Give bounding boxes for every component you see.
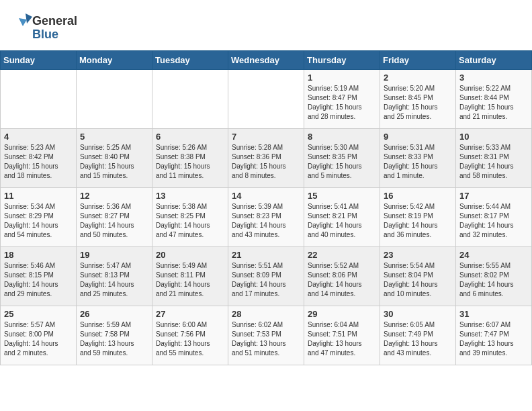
day-info: Sunrise: 6:04 AM Sunset: 7:51 PM Dayligh… bbox=[308, 320, 376, 358]
day-number: 23 bbox=[384, 250, 452, 260]
day-info: Sunrise: 5:55 AM Sunset: 8:02 PM Dayligh… bbox=[459, 261, 528, 299]
calendar-header: SundayMondayTuesdayWednesdayThursdayFrid… bbox=[1, 51, 532, 70]
day-info: Sunrise: 5:28 AM Sunset: 8:36 PM Dayligh… bbox=[232, 143, 300, 181]
day-number: 15 bbox=[308, 191, 376, 201]
day-number: 20 bbox=[156, 250, 224, 260]
day-info: Sunrise: 5:47 AM Sunset: 8:13 PM Dayligh… bbox=[80, 261, 148, 299]
day-number: 6 bbox=[156, 132, 224, 142]
day-number: 30 bbox=[384, 309, 452, 319]
calendar-cell: 24Sunrise: 5:55 AM Sunset: 8:02 PM Dayli… bbox=[456, 247, 532, 306]
calendar-cell: 21Sunrise: 5:51 AM Sunset: 8:09 PM Dayli… bbox=[228, 247, 304, 306]
svg-text:General: General bbox=[32, 14, 77, 28]
calendar-cell bbox=[152, 70, 228, 129]
day-info: Sunrise: 5:34 AM Sunset: 8:29 PM Dayligh… bbox=[4, 202, 73, 240]
calendar-cell: 27Sunrise: 6:00 AM Sunset: 7:56 PM Dayli… bbox=[152, 306, 228, 365]
day-info: Sunrise: 5:20 AM Sunset: 8:45 PM Dayligh… bbox=[384, 84, 452, 122]
day-number: 26 bbox=[80, 309, 148, 319]
day-number: 1 bbox=[308, 73, 376, 83]
day-info: Sunrise: 6:00 AM Sunset: 7:56 PM Dayligh… bbox=[156, 320, 224, 358]
day-info: Sunrise: 5:36 AM Sunset: 8:27 PM Dayligh… bbox=[80, 202, 148, 240]
calendar-cell: 9Sunrise: 5:31 AM Sunset: 8:33 PM Daylig… bbox=[380, 129, 456, 188]
day-info: Sunrise: 5:31 AM Sunset: 8:33 PM Dayligh… bbox=[384, 143, 452, 181]
day-number: 10 bbox=[459, 132, 528, 142]
day-number: 17 bbox=[459, 191, 528, 201]
calendar-cell: 15Sunrise: 5:41 AM Sunset: 8:21 PM Dayli… bbox=[304, 188, 380, 247]
day-number: 16 bbox=[384, 191, 452, 201]
page-header: GeneralBlue bbox=[0, 0, 532, 50]
day-info: Sunrise: 5:54 AM Sunset: 8:04 PM Dayligh… bbox=[384, 261, 452, 299]
day-of-week-friday: Friday bbox=[380, 51, 456, 70]
day-info: Sunrise: 5:33 AM Sunset: 8:31 PM Dayligh… bbox=[459, 143, 528, 181]
calendar-cell: 16Sunrise: 5:42 AM Sunset: 8:19 PM Dayli… bbox=[380, 188, 456, 247]
day-number: 22 bbox=[308, 250, 376, 260]
day-number: 19 bbox=[80, 250, 148, 260]
calendar-table: SundayMondayTuesdayWednesdayThursdayFrid… bbox=[0, 50, 532, 365]
calendar-cell bbox=[1, 70, 77, 129]
calendar-cell: 8Sunrise: 5:30 AM Sunset: 8:35 PM Daylig… bbox=[304, 129, 380, 188]
week-row-2: 4Sunrise: 5:23 AM Sunset: 8:42 PM Daylig… bbox=[1, 129, 532, 188]
svg-text:Blue: Blue bbox=[32, 28, 58, 41]
day-info: Sunrise: 6:05 AM Sunset: 7:49 PM Dayligh… bbox=[384, 320, 452, 358]
day-number: 9 bbox=[384, 132, 452, 142]
day-info: Sunrise: 5:52 AM Sunset: 8:06 PM Dayligh… bbox=[308, 261, 376, 299]
day-info: Sunrise: 5:57 AM Sunset: 8:00 PM Dayligh… bbox=[4, 320, 73, 358]
calendar-body: 1Sunrise: 5:19 AM Sunset: 8:47 PM Daylig… bbox=[1, 70, 532, 365]
calendar-cell bbox=[77, 70, 152, 129]
calendar-cell: 3Sunrise: 5:22 AM Sunset: 8:44 PM Daylig… bbox=[456, 70, 532, 129]
calendar-cell: 18Sunrise: 5:46 AM Sunset: 8:15 PM Dayli… bbox=[1, 247, 77, 306]
day-number: 27 bbox=[156, 309, 224, 319]
day-number: 13 bbox=[156, 191, 224, 201]
day-number: 12 bbox=[80, 191, 148, 201]
day-info: Sunrise: 5:25 AM Sunset: 8:40 PM Dayligh… bbox=[80, 143, 148, 181]
week-row-1: 1Sunrise: 5:19 AM Sunset: 8:47 PM Daylig… bbox=[1, 70, 532, 129]
day-number: 18 bbox=[4, 250, 73, 260]
day-info: Sunrise: 5:44 AM Sunset: 8:17 PM Dayligh… bbox=[459, 202, 528, 240]
day-number: 3 bbox=[459, 73, 528, 83]
day-of-week-thursday: Thursday bbox=[304, 51, 380, 70]
day-number: 4 bbox=[4, 132, 73, 142]
day-number: 11 bbox=[4, 191, 73, 201]
calendar-cell: 12Sunrise: 5:36 AM Sunset: 8:27 PM Dayli… bbox=[77, 188, 152, 247]
logo: GeneralBlue bbox=[13, 10, 87, 44]
calendar-cell: 20Sunrise: 5:49 AM Sunset: 8:11 PM Dayli… bbox=[152, 247, 228, 306]
calendar-cell: 2Sunrise: 5:20 AM Sunset: 8:45 PM Daylig… bbox=[380, 70, 456, 129]
day-number: 8 bbox=[308, 132, 376, 142]
calendar-cell: 1Sunrise: 5:19 AM Sunset: 8:47 PM Daylig… bbox=[304, 70, 380, 129]
calendar-cell: 13Sunrise: 5:38 AM Sunset: 8:25 PM Dayli… bbox=[152, 188, 228, 247]
calendar-cell bbox=[228, 70, 304, 129]
svg-marker-0 bbox=[26, 13, 32, 24]
calendar-cell: 5Sunrise: 5:25 AM Sunset: 8:40 PM Daylig… bbox=[77, 129, 152, 188]
week-row-3: 11Sunrise: 5:34 AM Sunset: 8:29 PM Dayli… bbox=[1, 188, 532, 247]
day-number: 21 bbox=[232, 250, 300, 260]
day-info: Sunrise: 5:23 AM Sunset: 8:42 PM Dayligh… bbox=[4, 143, 73, 181]
day-of-week-monday: Monday bbox=[77, 51, 152, 70]
day-number: 7 bbox=[232, 132, 300, 142]
calendar-cell: 14Sunrise: 5:39 AM Sunset: 8:23 PM Dayli… bbox=[228, 188, 304, 247]
day-info: Sunrise: 5:59 AM Sunset: 7:58 PM Dayligh… bbox=[80, 320, 148, 358]
day-of-week-wednesday: Wednesday bbox=[228, 51, 304, 70]
calendar-cell: 26Sunrise: 5:59 AM Sunset: 7:58 PM Dayli… bbox=[77, 306, 152, 365]
week-row-4: 18Sunrise: 5:46 AM Sunset: 8:15 PM Dayli… bbox=[1, 247, 532, 306]
day-info: Sunrise: 5:30 AM Sunset: 8:35 PM Dayligh… bbox=[308, 143, 376, 181]
day-number: 2 bbox=[384, 73, 452, 83]
day-number: 31 bbox=[459, 309, 528, 319]
logo-svg: GeneralBlue bbox=[13, 10, 87, 44]
calendar-cell: 22Sunrise: 5:52 AM Sunset: 8:06 PM Dayli… bbox=[304, 247, 380, 306]
day-info: Sunrise: 5:38 AM Sunset: 8:25 PM Dayligh… bbox=[156, 202, 224, 240]
week-row-5: 25Sunrise: 5:57 AM Sunset: 8:00 PM Dayli… bbox=[1, 306, 532, 365]
day-number: 28 bbox=[232, 309, 300, 319]
day-info: Sunrise: 5:26 AM Sunset: 8:38 PM Dayligh… bbox=[156, 143, 224, 181]
day-of-week-sunday: Sunday bbox=[1, 51, 77, 70]
calendar-cell: 6Sunrise: 5:26 AM Sunset: 8:38 PM Daylig… bbox=[152, 129, 228, 188]
day-info: Sunrise: 5:49 AM Sunset: 8:11 PM Dayligh… bbox=[156, 261, 224, 299]
day-of-week-saturday: Saturday bbox=[456, 51, 532, 70]
day-number: 29 bbox=[308, 309, 376, 319]
day-info: Sunrise: 5:42 AM Sunset: 8:19 PM Dayligh… bbox=[384, 202, 452, 240]
day-of-week-tuesday: Tuesday bbox=[152, 51, 228, 70]
day-info: Sunrise: 6:02 AM Sunset: 7:53 PM Dayligh… bbox=[232, 320, 300, 358]
day-info: Sunrise: 6:07 AM Sunset: 7:47 PM Dayligh… bbox=[459, 320, 528, 358]
calendar-cell: 31Sunrise: 6:07 AM Sunset: 7:47 PM Dayli… bbox=[456, 306, 532, 365]
calendar-cell: 17Sunrise: 5:44 AM Sunset: 8:17 PM Dayli… bbox=[456, 188, 532, 247]
day-number: 14 bbox=[232, 191, 300, 201]
calendar-cell: 11Sunrise: 5:34 AM Sunset: 8:29 PM Dayli… bbox=[1, 188, 77, 247]
